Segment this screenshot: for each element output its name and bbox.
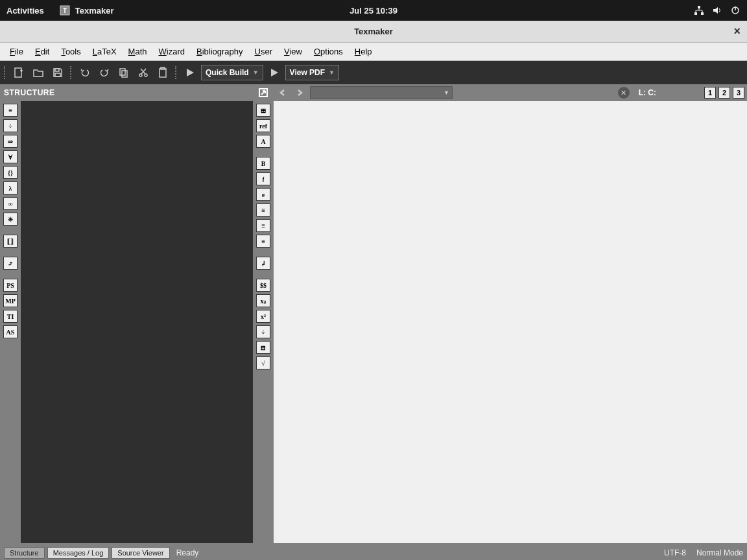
toolbar-handle[interactable]	[175, 66, 178, 79]
center-symbol-2[interactable]: A	[256, 135, 270, 148]
center-symbol-10[interactable]: $$	[256, 279, 270, 292]
center-symbol-11[interactable]: x₂	[256, 294, 270, 307]
left-symbol-10[interactable]: PS	[3, 279, 18, 292]
center-symbol-1[interactable]: ref	[256, 119, 270, 132]
new-file-button[interactable]	[10, 64, 27, 81]
left-symbol-2[interactable]: ⇒	[3, 135, 18, 148]
left-symbol-5[interactable]: λ	[3, 181, 18, 194]
activities-button[interactable]: Activities	[6, 6, 44, 16]
left-symbol-12[interactable]: TI	[3, 310, 18, 323]
volume-icon[interactable]	[712, 5, 722, 16]
prev-doc-button[interactable]	[276, 86, 289, 99]
center-symbol-8[interactable]: ≡	[256, 235, 270, 248]
svg-rect-4	[701, 12, 704, 15]
structure-header: STRUCTURE	[0, 84, 253, 101]
center-symbol-15[interactable]: √	[256, 356, 270, 369]
redo-button[interactable]	[96, 64, 113, 81]
file-selector-combo[interactable]: ▼	[310, 86, 453, 99]
chevron-down-icon: ▼	[444, 89, 449, 96]
network-icon[interactable]	[694, 5, 704, 16]
menu-edit[interactable]: Edit	[29, 44, 55, 59]
view-button[interactable]	[266, 64, 283, 81]
toolbar-handle[interactable]	[70, 66, 73, 79]
left-symbol-13[interactable]: AS	[3, 325, 18, 338]
mode-label: Normal Mode	[696, 548, 743, 557]
left-symbol-3[interactable]: ∀	[3, 150, 18, 163]
structure-title: STRUCTURE	[4, 88, 55, 97]
view-pdf-label: View PDF	[290, 68, 325, 77]
svg-text:T: T	[63, 7, 67, 14]
center-symbol-12[interactable]: x²	[256, 310, 270, 323]
center-symbol-3[interactable]: B	[256, 157, 270, 170]
menu-laTeX[interactable]: LaTeX	[87, 44, 123, 59]
copy-button[interactable]	[115, 64, 132, 81]
pane-button-1[interactable]: 1	[704, 87, 716, 99]
gnome-top-bar: Activities T Texmaker Jul 25 10:39	[0, 0, 747, 21]
menu-help[interactable]: Help	[349, 44, 378, 59]
toolbar-handle[interactable]	[4, 66, 6, 79]
clock[interactable]: Jul 25 10:39	[350, 6, 397, 16]
structure-toggle-button[interactable]: Structure	[4, 547, 45, 559]
window-titlebar: Texmaker ×	[0, 21, 747, 43]
center-symbol-9[interactable]: ↲	[256, 257, 270, 270]
source-viewer-toggle-button[interactable]: Source Viewer	[112, 547, 169, 559]
svg-rect-18	[160, 69, 166, 77]
pane-button-2[interactable]: 2	[718, 87, 730, 99]
menu-tools[interactable]: Tools	[55, 44, 86, 59]
menu-view[interactable]: View	[278, 44, 308, 59]
svg-rect-7	[15, 68, 21, 77]
power-icon[interactable]	[730, 5, 741, 16]
menu-bibliography[interactable]: Bibliography	[191, 44, 249, 59]
paste-button[interactable]	[154, 64, 171, 81]
menu-wizard[interactable]: Wizard	[153, 44, 191, 59]
chevron-down-icon: ▼	[253, 69, 259, 76]
app-name-label: Texmaker	[75, 6, 114, 16]
svg-rect-12	[120, 69, 125, 75]
view-pdf-dropdown[interactable]: View PDF ▼	[285, 65, 339, 80]
center-symbol-4[interactable]: 𝑖	[256, 172, 270, 185]
svg-rect-11	[55, 73, 60, 76]
main-area: STRUCTURE ≡÷⇒∀{}λ∞✳⟦⟧⤴PSMPTIAS ⊞refAB𝑖e≡…	[0, 84, 747, 546]
jump-to-source-button[interactable]	[257, 86, 270, 99]
left-symbol-7[interactable]: ✳	[3, 213, 18, 226]
svg-rect-10	[55, 69, 59, 71]
svg-rect-2	[698, 6, 700, 8]
active-app[interactable]: T Texmaker	[60, 5, 114, 16]
messages-toggle-button[interactable]: Messages / Log	[47, 547, 110, 559]
menu-file[interactable]: File	[4, 44, 29, 59]
editor-area[interactable]	[274, 101, 747, 543]
chevron-down-icon: ▼	[329, 69, 335, 76]
encoding-label: UTF-8	[664, 548, 686, 557]
center-symbol-14[interactable]: ⊟	[256, 341, 270, 354]
center-symbol-5[interactable]: e	[256, 188, 270, 201]
window-title: Texmaker	[354, 27, 393, 36]
open-file-button[interactable]	[30, 64, 47, 81]
left-symbol-0[interactable]: ≡	[3, 104, 18, 117]
pane-button-3[interactable]: 3	[733, 87, 744, 99]
window-close-button[interactable]: ×	[733, 25, 741, 38]
menu-math[interactable]: Math	[123, 44, 153, 59]
left-symbol-9[interactable]: ⤴	[3, 257, 18, 270]
menu-options[interactable]: Options	[308, 44, 349, 59]
center-symbol-7[interactable]: ≡	[256, 219, 270, 232]
line-col-indicator: L: C:	[639, 88, 656, 97]
run-button[interactable]	[182, 64, 198, 81]
left-symbol-1[interactable]: ÷	[3, 119, 18, 132]
left-symbol-4[interactable]: {}	[3, 166, 18, 179]
cut-button[interactable]	[135, 64, 152, 81]
left-symbol-8[interactable]: ⟦⟧	[3, 235, 18, 248]
undo-button[interactable]	[77, 64, 93, 81]
center-symbol-0[interactable]: ⊞	[256, 104, 270, 117]
structure-tree[interactable]	[21, 101, 253, 543]
left-symbol-6[interactable]: ∞	[3, 197, 18, 210]
menu-user[interactable]: User	[249, 44, 278, 59]
close-doc-button[interactable]: ✕	[618, 87, 630, 99]
texmaker-app-icon: T	[60, 5, 70, 16]
left-symbol-11[interactable]: MP	[3, 294, 18, 307]
quick-build-dropdown[interactable]: Quick Build ▼	[201, 65, 263, 80]
save-file-button[interactable]	[49, 64, 66, 81]
center-symbol-toolbar: ⊞refAB𝑖e≡≡≡↲$$x₂x²÷⊟√	[253, 84, 274, 546]
next-doc-button[interactable]	[293, 86, 306, 99]
center-symbol-6[interactable]: ≡	[256, 204, 270, 216]
center-symbol-13[interactable]: ÷	[256, 325, 270, 338]
